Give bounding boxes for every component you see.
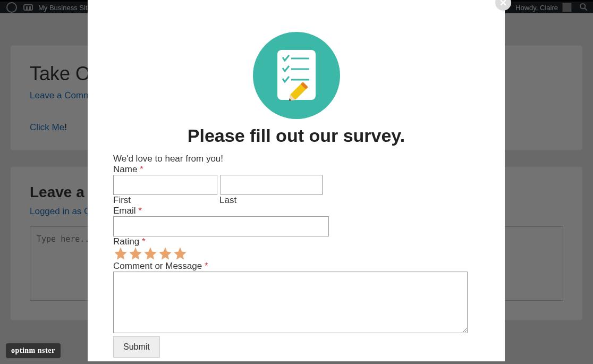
required-asterisk: * xyxy=(205,261,208,271)
star-icon[interactable] xyxy=(158,246,173,261)
last-name-sublabel: Last xyxy=(219,195,236,206)
email-label: Email xyxy=(113,206,136,216)
star-icon[interactable] xyxy=(143,246,158,261)
comment-message-textarea[interactable] xyxy=(113,272,468,333)
required-asterisk: * xyxy=(138,206,142,216)
required-asterisk: * xyxy=(140,164,143,174)
survey-modal: Please fill out our survey. We'd love to… xyxy=(88,0,505,361)
comment-label: Comment or Message xyxy=(113,261,202,271)
survey-clipboard-icon xyxy=(253,32,340,119)
rating-label: Rating xyxy=(113,236,139,247)
modal-title: Please fill out our survey. xyxy=(88,125,505,146)
email-input[interactable] xyxy=(113,216,329,236)
required-asterisk: * xyxy=(142,236,146,247)
star-icon[interactable] xyxy=(113,246,128,261)
star-icon[interactable] xyxy=(128,246,143,261)
name-label: Name xyxy=(113,164,137,174)
first-name-input[interactable] xyxy=(113,175,217,195)
first-name-sublabel: First xyxy=(113,195,219,206)
modal-intro-text: We'd love to hear from you! xyxy=(113,154,388,164)
star-icon[interactable] xyxy=(173,246,188,261)
submit-button[interactable]: Submit xyxy=(113,336,160,358)
optinmonster-badge[interactable]: optinm nster xyxy=(5,343,61,359)
last-name-input[interactable] xyxy=(221,175,323,195)
rating-stars[interactable] xyxy=(113,246,388,261)
